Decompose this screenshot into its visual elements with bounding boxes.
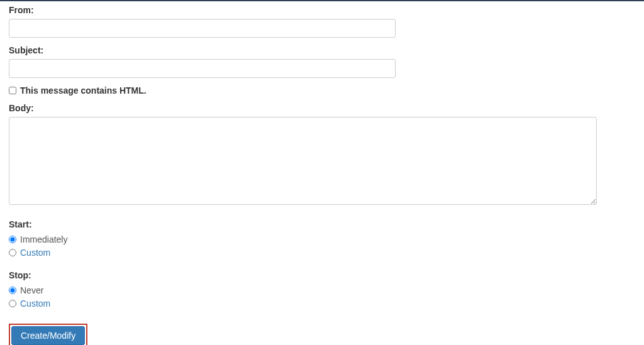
stop-never-row: Never (9, 285, 635, 295)
stop-custom-label[interactable]: Custom (20, 298, 50, 309)
start-radio-group: Immediately Custom (9, 234, 635, 258)
body-group: Body: (9, 103, 635, 207)
subject-input[interactable] (9, 59, 396, 78)
start-custom-radio[interactable] (9, 249, 16, 256)
create-modify-button[interactable]: Create/Modify (11, 326, 85, 345)
start-immediately-label: Immediately (20, 234, 67, 244)
from-input[interactable] (9, 19, 396, 38)
body-textarea[interactable] (9, 117, 597, 205)
html-checkbox-row: This message contains HTML. (9, 85, 635, 96)
start-group: Start: Immediately Custom (9, 219, 635, 258)
stop-radio-group: Never Custom (9, 285, 635, 309)
subject-group: Subject: (9, 45, 635, 78)
stop-never-label: Never (20, 285, 43, 295)
stop-label: Stop: (9, 270, 635, 280)
from-label: From: (9, 5, 635, 15)
start-label: Start: (9, 219, 635, 229)
stop-custom-radio[interactable] (9, 300, 16, 307)
subject-label: Subject: (9, 45, 635, 55)
html-checkbox[interactable] (9, 87, 16, 94)
stop-group: Stop: Never Custom (9, 270, 635, 309)
body-label: Body: (9, 103, 635, 113)
stop-never-radio[interactable] (9, 287, 16, 294)
html-checkbox-label: This message contains HTML. (20, 85, 147, 96)
autoresponder-form: From: Subject: This message contains HTM… (0, 1, 644, 345)
start-immediately-radio[interactable] (9, 236, 16, 243)
submit-highlight-box: Create/Modify (9, 324, 87, 345)
start-custom-label[interactable]: Custom (20, 248, 50, 258)
start-immediately-row: Immediately (9, 234, 635, 244)
start-custom-row: Custom (9, 248, 635, 258)
from-group: From: (9, 5, 635, 38)
stop-custom-row: Custom (9, 298, 635, 309)
